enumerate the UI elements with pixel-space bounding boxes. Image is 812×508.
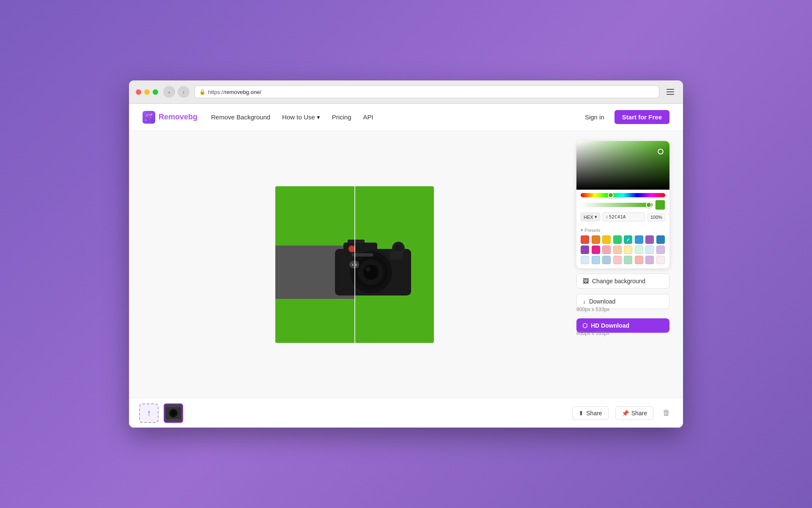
upload-button[interactable]: ↑ [139,403,159,423]
svg-point-6 [365,267,370,272]
preset-swatch-17[interactable] [592,256,600,264]
chevron-down-icon: ▾ [595,214,597,220]
color-swatch-preview [655,200,665,210]
nav-actions: Sign in Start for Free [580,110,669,124]
image-preview: ‹ › [275,186,434,343]
image-icon: 🖼 [583,278,589,284]
svg-rect-12 [390,251,403,260]
hex-row: HEX ▾ # [581,213,665,221]
url-protocol: https:// [208,89,225,95]
image-thumbnail[interactable] [164,403,183,423]
svg-point-5 [363,265,379,280]
download-icon: ↓ [583,298,586,305]
alpha-slider[interactable] [581,203,653,207]
preset-swatch-3[interactable] [613,235,622,244]
canvas-area: ‹ › [143,141,566,388]
address-bar[interactable]: 🔒 https://removebg.one/ [195,86,659,98]
preset-swatch-7[interactable] [656,235,665,244]
share-icon: ⬆ [579,410,584,417]
change-background-button[interactable]: 🖼 Change background [576,273,669,289]
hd-size: 800px x 533px [576,330,669,336]
hue-thumb [608,192,614,198]
opacity-input[interactable] [647,213,665,221]
preset-swatch-15[interactable] [656,246,665,254]
preset-swatch-0[interactable] [581,235,589,244]
browser-menu-icon[interactable] [664,86,676,98]
browser-chrome: ‹ › 🔒 https://removebg.one/ [129,80,683,104]
main-area: ‹ › [129,131,683,398]
color-format-select[interactable]: HEX ▾ [581,213,600,221]
nav-link-remove-background[interactable]: Remove Background [211,113,270,121]
preset-swatch-23[interactable] [656,256,665,264]
preset-swatch-14[interactable] [645,246,654,254]
preset-swatch-6[interactable] [645,235,654,244]
presets-grid [581,235,665,264]
preset-swatch-5[interactable] [635,235,643,244]
presets-section: ▾ Presets [576,225,669,268]
preset-swatch-9[interactable] [592,246,600,254]
preset-swatch-13[interactable] [635,246,643,254]
logo-icon: 🪄 [143,111,155,124]
right-panel: HEX ▾ # ▾ [576,141,669,388]
preset-swatch-2[interactable] [602,235,611,244]
logo-area[interactable]: 🪄 Removebg [143,111,198,124]
pinterest-icon: 📌 [622,410,629,417]
preset-swatch-1[interactable] [592,235,600,244]
download-size: 800px x 533px [576,306,669,312]
minimize-button[interactable] [144,89,150,95]
chevron-down-icon: ▾ [581,227,583,233]
close-button[interactable] [136,89,141,95]
preset-swatch-10[interactable] [602,246,611,254]
preset-swatch-16[interactable] [581,256,589,264]
svg-point-16 [172,411,175,415]
nav-links: Remove Background How to Use ▾ Pricing A… [211,113,580,121]
color-gradient[interactable] [576,141,669,190]
bottom-bar: ↑ ⬆ Share 📌 Share 🗑 [129,398,683,428]
preset-swatch-20[interactable] [624,256,632,264]
url-domain: removebg.one/ [225,89,261,95]
hd-icon: ⬡ [582,322,587,329]
bottom-actions: ⬆ Share 📌 Share 🗑 [572,406,673,420]
preset-swatch-8[interactable] [581,246,589,254]
back-button[interactable]: ‹ [163,86,175,98]
lock-icon: 🔒 [199,89,206,95]
browser-window: ‹ › 🔒 https://removebg.one/ 🪄 Removebg R… [129,80,683,428]
hue-slider[interactable] [581,193,665,197]
upload-icon: ↑ [147,408,151,418]
color-picker-card: HEX ▾ # ▾ [576,141,669,268]
camera-image [326,228,420,301]
delete-button[interactable]: 🗑 [660,406,673,420]
page-content: 🪄 Removebg Remove Background How to Use … [129,104,683,428]
share-button-1[interactable]: ⬆ Share [572,406,608,420]
color-cursor[interactable] [658,149,664,155]
logo-text: Removebg [159,113,198,121]
forward-button[interactable]: › [178,86,189,98]
chevron-down-icon: ▾ [317,113,320,121]
navbar: 🪄 Removebg Remove Background How to Use … [129,104,683,131]
preset-swatch-11[interactable] [613,246,622,254]
preset-swatch-19[interactable] [613,256,622,264]
nav-buttons: ‹ › [163,86,189,98]
maximize-button[interactable] [153,89,158,95]
alpha-row [581,200,665,210]
picker-controls: HEX ▾ # [576,190,669,225]
start-for-free-button[interactable]: Start for Free [614,110,669,124]
svg-rect-7 [348,240,365,243]
preset-swatch-18[interactable] [602,256,611,264]
nav-link-pricing[interactable]: Pricing [332,113,351,121]
preset-swatch-22[interactable] [645,256,654,264]
preset-swatch-12[interactable] [624,246,632,254]
alpha-thumb [646,202,652,208]
nav-link-how-to-use[interactable]: How to Use ▾ [282,113,320,121]
nav-link-api[interactable]: API [363,113,373,121]
traffic-lights [136,89,158,95]
share-button-2[interactable]: 📌 Share [615,406,653,420]
divider-handle[interactable]: ‹ › [349,261,359,268]
sign-in-button[interactable]: Sign in [580,111,609,123]
preset-swatch-4[interactable] [624,235,632,244]
bg-bottom-left [275,299,355,343]
preset-swatch-21[interactable] [635,256,643,264]
presets-label: ▾ Presets [581,227,665,233]
url-text: https://removebg.one/ [208,89,261,95]
hex-input[interactable] [609,214,642,220]
